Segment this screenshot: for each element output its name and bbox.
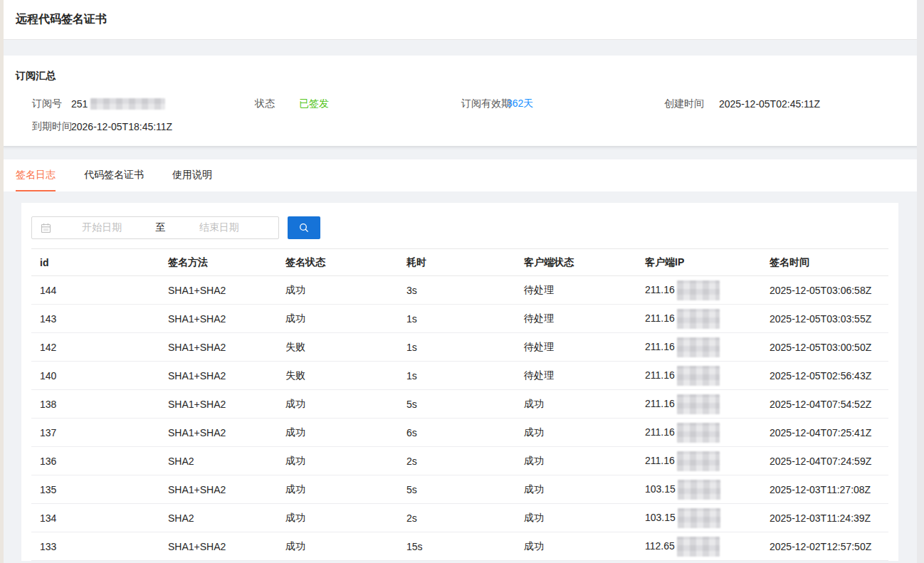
- tab-usage-instructions[interactable]: 使用说明: [172, 159, 212, 191]
- cell-id: 140: [31, 362, 159, 390]
- log-table-body: 144SHA1+SHA2成功3s待处理211.162025-12-05T03:0…: [31, 276, 888, 561]
- table-header-row: id 签名方法 签名状态 耗时 客户端状态 客户端IP 签名时间: [31, 249, 888, 276]
- magnifier-icon: [298, 222, 310, 233]
- validity-label: 订阅有效期: [461, 98, 507, 110]
- cell-duration: 2s: [398, 504, 515, 532]
- table-row: 142SHA1+SHA2失败1s待处理211.162025-12-05T03:0…: [31, 333, 888, 362]
- cell-duration: 6s: [398, 419, 515, 447]
- window-edge-left: [0, 0, 4, 563]
- tab-bar: 签名日志 代码签名证书 使用说明: [0, 159, 924, 191]
- cell-sign-time: 2025-12-04T07:25:41Z: [761, 419, 888, 447]
- cell-sign-method: SHA2: [159, 504, 277, 532]
- cell-sign-method: SHA1+SHA2: [159, 475, 277, 504]
- cell-sign-time: 2025-12-02T12:57:50Z: [761, 532, 888, 561]
- col-duration: 耗时: [398, 249, 515, 276]
- cell-sign-status: 成功: [277, 419, 398, 447]
- cell-client-ip: 112.65: [636, 532, 761, 561]
- table-row: 138SHA1+SHA2成功5s成功211.162025-12-04T07:54…: [31, 390, 888, 419]
- cell-client-status: 待处理: [515, 362, 636, 390]
- cell-client-status: 成功: [515, 504, 636, 532]
- page-title: 远程代码签名证书: [16, 12, 107, 27]
- field-created-time: 创建时间 2025-12-05T02:45:11Z: [664, 98, 908, 110]
- table-row: 140SHA1+SHA2失败1s待处理211.162025-12-05T02:5…: [31, 362, 888, 390]
- search-button[interactable]: [288, 216, 320, 239]
- cell-duration: 2s: [398, 447, 515, 475]
- log-toolbar: 开始日期 至 结束日期: [31, 216, 888, 239]
- subscription-fields: 订阅号 251 状态 已签发 订阅有效期 362天 创建时间 2025-12-0…: [32, 98, 908, 133]
- cell-sign-time: 2025-12-05T03:06:58Z: [761, 276, 888, 305]
- cell-id: 138: [31, 390, 159, 419]
- field-subscription-no: 订阅号 251: [32, 98, 255, 110]
- tab-sign-logs[interactable]: 签名日志: [16, 159, 56, 191]
- cell-client-status: 待处理: [515, 305, 636, 333]
- validity-value-link[interactable]: 362天: [507, 98, 533, 110]
- cell-client-ip: 211.16: [636, 447, 761, 475]
- subscription-no-value: 251: [71, 98, 165, 110]
- cell-id: 144: [31, 276, 159, 305]
- calendar-icon: [41, 223, 51, 233]
- cell-sign-status: 成功: [277, 276, 398, 305]
- date-range-separator: 至: [153, 221, 169, 234]
- cell-duration: 3s: [398, 276, 515, 305]
- col-sign-method: 签名方法: [159, 249, 277, 276]
- cell-sign-time: 2025-12-05T02:56:43Z: [761, 362, 888, 390]
- cell-id: 137: [31, 419, 159, 447]
- field-expire-time: 到期时间 2026-12-05T18:45:11Z: [32, 120, 255, 133]
- cell-sign-status: 失败: [277, 362, 398, 390]
- redacted-ip: [677, 423, 720, 443]
- cell-duration: 1s: [398, 305, 515, 333]
- table-row: 136SHA2成功2s成功211.162025-12-04T07:24:59Z: [31, 447, 888, 475]
- cell-sign-time: 2025-12-03T11:27:08Z: [761, 475, 888, 504]
- cell-sign-method: SHA1+SHA2: [159, 532, 277, 561]
- cell-client-ip: 211.16: [636, 419, 761, 447]
- expire-time-label: 到期时间: [32, 120, 71, 133]
- cell-client-status: 待处理: [515, 276, 636, 305]
- field-status: 状态 已签发: [255, 98, 461, 110]
- cell-id: 133: [31, 532, 159, 561]
- start-date-input[interactable]: 开始日期: [51, 221, 153, 234]
- cell-sign-status: 成功: [277, 475, 398, 504]
- cell-duration: 5s: [398, 475, 515, 504]
- cell-sign-time: 2025-12-05T03:03:55Z: [761, 305, 888, 333]
- redacted-subscription-no: [90, 98, 165, 110]
- subscription-heading: 订阅汇总: [16, 70, 908, 83]
- col-client-ip: 客户端IP: [636, 249, 761, 276]
- cell-client-ip: 211.16: [636, 390, 761, 419]
- table-row: 134SHA2成功2s成功103.152025-12-03T11:24:39Z: [31, 504, 888, 532]
- cell-id: 135: [31, 475, 159, 504]
- redacted-ip: [677, 366, 720, 386]
- cell-client-status: 成功: [515, 475, 636, 504]
- cell-sign-method: SHA2: [159, 447, 277, 475]
- cell-sign-status: 成功: [277, 532, 398, 561]
- subscription-summary-card: 订阅汇总 订阅号 251 状态 已签发 订阅有效期 362天 创建时间 2025…: [0, 56, 924, 146]
- scrollbar-track[interactable]: [917, 0, 924, 563]
- cell-sign-status: 成功: [277, 447, 398, 475]
- cell-duration: 1s: [398, 333, 515, 362]
- table-row: 137SHA1+SHA2成功6s成功211.162025-12-04T07:25…: [31, 419, 888, 447]
- cell-sign-status: 成功: [277, 305, 398, 333]
- field-validity: 订阅有效期 362天: [461, 98, 664, 110]
- status-value: 已签发: [299, 98, 329, 110]
- redacted-ip: [677, 309, 720, 329]
- cell-id: 134: [31, 504, 159, 532]
- redacted-ip: [678, 508, 720, 528]
- cell-sign-method: SHA1+SHA2: [159, 419, 277, 447]
- table-row: 135SHA1+SHA2成功5s成功103.152025-12-03T11:27…: [31, 475, 888, 504]
- cell-client-ip: 211.16: [636, 333, 761, 362]
- end-date-input[interactable]: 结束日期: [169, 221, 271, 234]
- date-range-picker[interactable]: 开始日期 至 结束日期: [31, 216, 279, 239]
- cell-sign-time: 2025-12-03T11:24:39Z: [761, 504, 888, 532]
- cell-sign-method: SHA1+SHA2: [159, 305, 277, 333]
- cell-duration: 1s: [398, 362, 515, 390]
- redacted-ip: [677, 451, 720, 471]
- cell-sign-time: 2025-12-05T03:00:50Z: [761, 333, 888, 362]
- cell-id: 142: [31, 333, 159, 362]
- cell-client-status: 成功: [515, 390, 636, 419]
- redacted-ip: [677, 394, 720, 414]
- cell-sign-method: SHA1+SHA2: [159, 276, 277, 305]
- tab-code-signing-cert[interactable]: 代码签名证书: [84, 159, 144, 191]
- cell-client-ip: 103.15: [636, 504, 761, 532]
- page-header: 远程代码签名证书: [0, 0, 924, 40]
- col-id: id: [31, 249, 159, 276]
- cell-client-status: 成功: [515, 447, 636, 475]
